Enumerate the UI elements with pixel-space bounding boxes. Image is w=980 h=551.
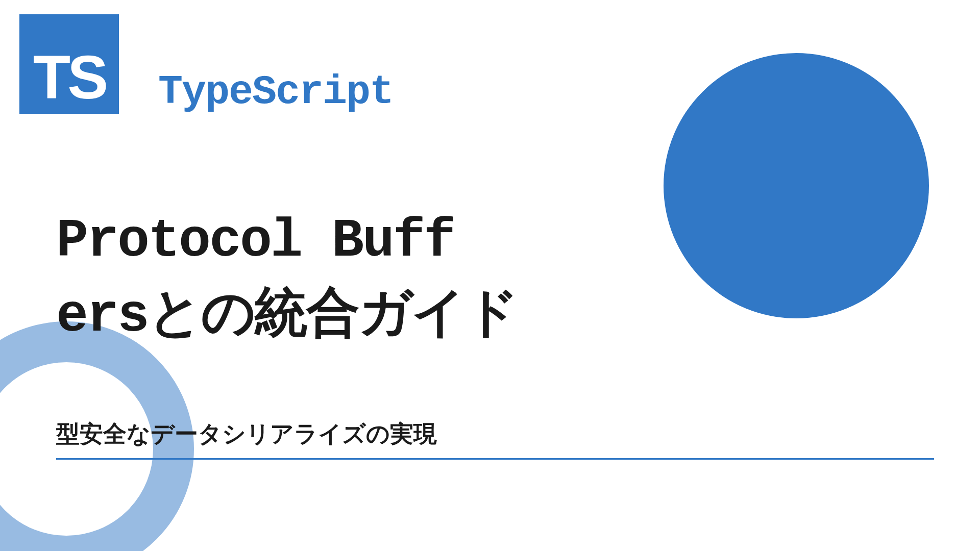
- page-subtitle: 型安全なデータシリアライズの実現: [56, 418, 437, 450]
- subtitle-underline: [56, 458, 934, 460]
- page-title: Protocol Buff ersとの統合ガイド: [56, 204, 518, 354]
- brand-label: TypeScript: [158, 69, 393, 115]
- logo-text: TS: [33, 46, 105, 108]
- decorative-circle-shape: [664, 53, 929, 318]
- typescript-logo-icon: TS: [19, 14, 119, 114]
